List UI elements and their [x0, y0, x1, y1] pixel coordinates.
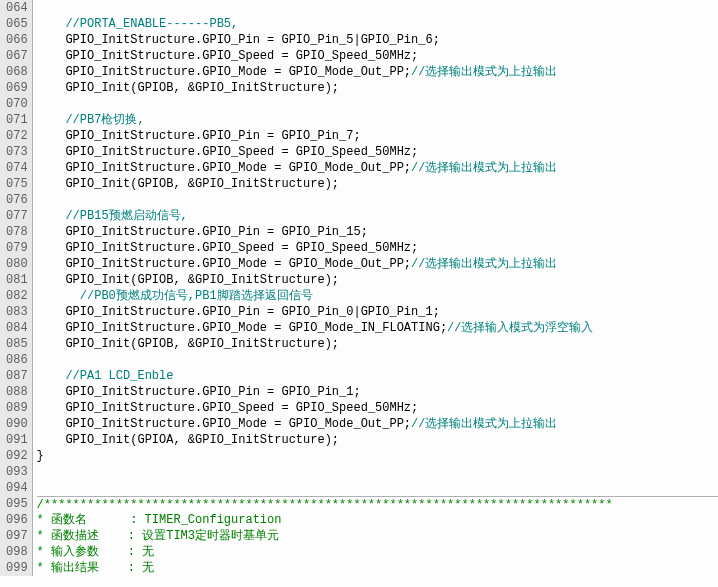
- code-line: GPIO_InitStructure.GPIO_Pin = GPIO_Pin_7…: [37, 128, 718, 144]
- code-line: GPIO_InitStructure.GPIO_Pin = GPIO_Pin_5…: [37, 32, 718, 48]
- code-line: [37, 464, 718, 480]
- line-number: 075: [6, 176, 28, 192]
- code-line: GPIO_Init(GPIOB, &GPIO_InitStructure);: [37, 176, 718, 192]
- line-number: 088: [6, 384, 28, 400]
- code-line: * 函数名 : TIMER_Configuration: [37, 512, 718, 528]
- line-number: 092: [6, 448, 28, 464]
- code-line: //PB0预燃成功信号,PB1脚踏选择返回信号: [37, 288, 718, 304]
- code-line: GPIO_InitStructure.GPIO_Mode = GPIO_Mode…: [37, 256, 718, 272]
- code-line: GPIO_InitStructure.GPIO_Speed = GPIO_Spe…: [37, 240, 718, 256]
- code-token: * 函数名 : TIMER_Configuration: [37, 513, 282, 527]
- code-line: * 输入参数 : 无: [37, 544, 718, 560]
- code-token: GPIO_Init(GPIOB, &GPIO_InitStructure);: [37, 273, 339, 287]
- code-token: GPIO_InitStructure.GPIO_Mode = GPIO_Mode…: [37, 321, 447, 335]
- code-line: GPIO_InitStructure.GPIO_Speed = GPIO_Spe…: [37, 48, 718, 64]
- code-token: GPIO_InitStructure.GPIO_Speed = GPIO_Spe…: [37, 49, 419, 63]
- line-number: 097: [6, 528, 28, 544]
- code-line: GPIO_InitStructure.GPIO_Speed = GPIO_Spe…: [37, 400, 718, 416]
- line-number: 078: [6, 224, 28, 240]
- code-line: GPIO_InitStructure.GPIO_Speed = GPIO_Spe…: [37, 144, 718, 160]
- code-line: * 函数描述 : 设置TIM3定时器时基单元: [37, 528, 718, 544]
- code-editor: 0640650660670680690700710720730740750760…: [0, 0, 718, 576]
- code-token: * 函数描述 : 设置TIM3定时器时基单元: [37, 529, 279, 543]
- code-line: //PORTA_ENABLE------PB5,: [37, 16, 718, 32]
- line-number: 094: [6, 480, 28, 496]
- code-token: GPIO_InitStructure.GPIO_Mode = GPIO_Mode…: [37, 257, 411, 271]
- code-area[interactable]: //PORTA_ENABLE------PB5, GPIO_InitStruct…: [33, 0, 718, 576]
- code-token: //PB0预燃成功信号,PB1脚踏选择返回信号: [37, 289, 313, 303]
- code-token: //PA1 LCD_Enble: [37, 369, 174, 383]
- line-number: 085: [6, 336, 28, 352]
- line-number: 071: [6, 112, 28, 128]
- code-token: GPIO_InitStructure.GPIO_Mode = GPIO_Mode…: [37, 417, 411, 431]
- line-number: 066: [6, 32, 28, 48]
- code-line: GPIO_Init(GPIOB, &GPIO_InitStructure);: [37, 80, 718, 96]
- code-line: GPIO_InitStructure.GPIO_Mode = GPIO_Mode…: [37, 64, 718, 80]
- code-token: * 输入参数 : 无: [37, 545, 155, 559]
- code-token: //选择输出模式为上拉输出: [411, 417, 557, 431]
- code-token: /***************************************…: [37, 498, 613, 512]
- code-token: GPIO_InitStructure.GPIO_Speed = GPIO_Spe…: [37, 145, 419, 159]
- line-number: 072: [6, 128, 28, 144]
- line-number: 065: [6, 16, 28, 32]
- code-line: GPIO_InitStructure.GPIO_Mode = GPIO_Mode…: [37, 320, 718, 336]
- code-line: GPIO_InitStructure.GPIO_Mode = GPIO_Mode…: [37, 416, 718, 432]
- code-token: //选择输出模式为上拉输出: [411, 161, 557, 175]
- line-number: 095: [6, 496, 28, 512]
- code-token: //选择输入模式为浮空输入: [447, 321, 593, 335]
- code-token: GPIO_InitStructure.GPIO_Pin = GPIO_Pin_1…: [37, 225, 368, 239]
- line-number: 083: [6, 304, 28, 320]
- code-line: [37, 96, 718, 112]
- code-token: * 输出结果 : 无: [37, 561, 155, 575]
- line-number: 082: [6, 288, 28, 304]
- code-token: //PB15预燃启动信号,: [37, 209, 188, 223]
- line-number: 093: [6, 464, 28, 480]
- code-token: GPIO_InitStructure.GPIO_Pin = GPIO_Pin_0…: [37, 305, 440, 319]
- code-line: [37, 0, 718, 16]
- line-number: 081: [6, 272, 28, 288]
- code-token: GPIO_Init(GPIOB, &GPIO_InitStructure);: [37, 81, 339, 95]
- code-line: [37, 352, 718, 368]
- code-token: GPIO_InitStructure.GPIO_Speed = GPIO_Spe…: [37, 241, 419, 255]
- line-number: 068: [6, 64, 28, 80]
- code-token: }: [37, 449, 44, 463]
- line-number: 080: [6, 256, 28, 272]
- code-token: //PORTA_ENABLE------PB5,: [37, 17, 239, 31]
- code-line: /***************************************…: [37, 496, 718, 512]
- line-number: 070: [6, 96, 28, 112]
- code-token: GPIO_InitStructure.GPIO_Speed = GPIO_Spe…: [37, 401, 419, 415]
- line-number: 087: [6, 368, 28, 384]
- code-line: GPIO_InitStructure.GPIO_Pin = GPIO_Pin_1…: [37, 384, 718, 400]
- code-line: [37, 192, 718, 208]
- code-token: GPIO_Init(GPIOB, &GPIO_InitStructure);: [37, 337, 339, 351]
- line-number: 064: [6, 0, 28, 16]
- code-line: //PB15预燃启动信号,: [37, 208, 718, 224]
- line-number: 098: [6, 544, 28, 560]
- code-line: GPIO_InitStructure.GPIO_Mode = GPIO_Mode…: [37, 160, 718, 176]
- line-number: 079: [6, 240, 28, 256]
- code-token: GPIO_Init(GPIOA, &GPIO_InitStructure);: [37, 433, 339, 447]
- code-line: GPIO_InitStructure.GPIO_Pin = GPIO_Pin_0…: [37, 304, 718, 320]
- code-token: GPIO_InitStructure.GPIO_Pin = GPIO_Pin_7…: [37, 129, 361, 143]
- line-number: 069: [6, 80, 28, 96]
- code-line: [37, 480, 718, 496]
- line-number: 096: [6, 512, 28, 528]
- line-number: 073: [6, 144, 28, 160]
- line-number: 074: [6, 160, 28, 176]
- code-token: //选择输出模式为上拉输出: [411, 257, 557, 271]
- code-token: GPIO_Init(GPIOB, &GPIO_InitStructure);: [37, 177, 339, 191]
- code-token: GPIO_InitStructure.GPIO_Pin = GPIO_Pin_1…: [37, 385, 361, 399]
- line-number: 077: [6, 208, 28, 224]
- code-token: GPIO_InitStructure.GPIO_Mode = GPIO_Mode…: [37, 65, 411, 79]
- line-number: 084: [6, 320, 28, 336]
- line-number-gutter: 0640650660670680690700710720730740750760…: [0, 0, 33, 576]
- line-number: 099: [6, 560, 28, 576]
- line-number: 089: [6, 400, 28, 416]
- code-token: GPIO_InitStructure.GPIO_Mode = GPIO_Mode…: [37, 161, 411, 175]
- code-line: GPIO_Init(GPIOB, &GPIO_InitStructure);: [37, 336, 718, 352]
- code-line: GPIO_Init(GPIOB, &GPIO_InitStructure);: [37, 272, 718, 288]
- line-number: 086: [6, 352, 28, 368]
- code-line: GPIO_InitStructure.GPIO_Pin = GPIO_Pin_1…: [37, 224, 718, 240]
- line-number: 091: [6, 432, 28, 448]
- code-line: //PA1 LCD_Enble: [37, 368, 718, 384]
